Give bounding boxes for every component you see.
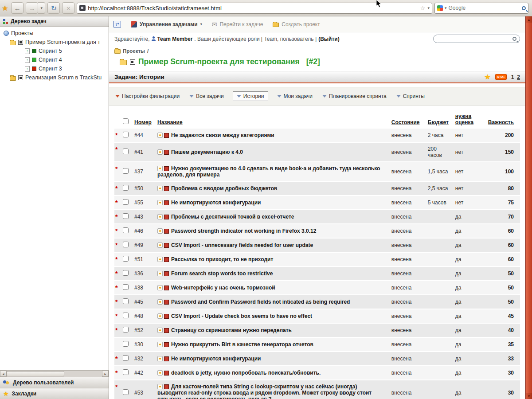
task-name-link[interactable]: Рассылка то приходит, то не приходит (171, 256, 273, 262)
row-checkbox[interactable] (123, 284, 129, 290)
forward-button[interactable]: → (26, 2, 38, 14)
user-tree-header[interactable]: Дерево пользователей (0, 377, 109, 388)
row-checkbox[interactable] (123, 168, 129, 174)
engine-dropdown-icon[interactable]: ▾ (445, 6, 447, 10)
task-name-link[interactable]: Проблемы с десятичной точкой в excel-отч… (171, 214, 294, 220)
toggle-frames-icon[interactable]: ⇄ (113, 21, 121, 27)
tree-item-projects[interactable]: Проекты (0, 29, 109, 38)
row-checkbox[interactable] (123, 132, 129, 137)
web-search-bar[interactable]: ▾ (434, 3, 528, 14)
url-bar[interactable]: http://localhost:8888/TrackStudio/static… (77, 3, 432, 14)
row-checkbox[interactable] (123, 313, 129, 318)
tree-item-other-project[interactable]: Реализация Scrum в TrackStu (0, 73, 109, 82)
task-name-link[interactable]: Web-интерфейс у нас очень тормозной (171, 285, 275, 291)
scroll-right-icon[interactable]: ▸ (102, 371, 109, 377)
task-name-link[interactable]: Страницу со скриншотами нужно переделать (171, 327, 292, 333)
task-name-link[interactable]: CSV Import - unnecessary fields needed f… (171, 242, 313, 248)
header-budget[interactable]: Бюджет (428, 119, 449, 125)
task-name-link[interactable]: Пишем документацию к 4.0 (171, 149, 243, 155)
task-name-link[interactable]: deadlock в jetty, нужно попробовать поис… (171, 370, 321, 376)
tree-item-sprint[interactable]: ↑ Спринт 3 (0, 64, 109, 73)
tab-sprint-planning[interactable]: Планирование спринта (321, 92, 387, 101)
task-importance: 40 (485, 323, 520, 337)
task-budget: 200 часов (425, 142, 453, 162)
create-project-button[interactable]: Создать проект (273, 21, 320, 27)
scroll-down-icon[interactable]: ▼ (526, 393, 532, 399)
task-importance: 100 (485, 162, 520, 181)
task-number: #46 (132, 224, 155, 238)
row-checkbox[interactable] (123, 213, 129, 219)
header-importance[interactable]: Важность (488, 119, 514, 125)
task-name-link[interactable]: CSV Import - Update check box seems to h… (171, 313, 312, 319)
logout-link[interactable]: (Выйти) (318, 36, 340, 42)
user-name-link[interactable]: Team Member (157, 36, 193, 42)
header-name[interactable]: Название (157, 119, 183, 125)
row-checkbox[interactable] (123, 149, 129, 154)
bookmark-star-icon[interactable]: ☆ (420, 5, 426, 12)
tab-sprints[interactable]: Спринты (395, 92, 426, 101)
search-go-icon[interactable] (522, 6, 526, 10)
history-dropdown-icon[interactable]: ▾ (38, 2, 45, 14)
row-checkbox[interactable] (123, 256, 129, 262)
tab-stories[interactable]: Истории (233, 91, 268, 101)
manage-tasks-menu[interactable]: Управление задачами ▾ (131, 21, 202, 27)
section-title: Задачи: Истории (114, 74, 164, 80)
task-name-link[interactable]: Forum search stop words too restrictive (171, 270, 273, 277)
tab-all-tasks[interactable]: Все задачи (188, 92, 225, 101)
select-all-checkbox[interactable] (123, 118, 129, 124)
scroll-left-icon[interactable]: ◂ (0, 371, 7, 377)
web-search-input[interactable] (449, 5, 520, 11)
row-checkbox[interactable] (123, 298, 129, 304)
url-text[interactable]: http://localhost:8888/TrackStudio/static… (88, 5, 418, 12)
back-button[interactable]: ← (11, 2, 23, 14)
task-tree-header[interactable]: Дерево задач (0, 16, 109, 27)
task-search-box[interactable] (433, 35, 520, 43)
row-checkbox[interactable] (123, 227, 129, 233)
tab-filter-settings[interactable]: Настройки фильтрации (114, 92, 180, 101)
task-search-input[interactable] (437, 36, 512, 42)
task-color-icon (164, 257, 169, 262)
magnifier-icon[interactable] (512, 37, 516, 41)
task-name-link[interactable]: Не импортируются конфигурации (171, 200, 261, 206)
scroll-up-icon[interactable]: ▲ (526, 16, 532, 23)
header-needs-estimate[interactable]: нужна оценка (455, 113, 473, 125)
task-name-link[interactable]: Проблема с вводом дробных бюджетов (171, 185, 277, 192)
tree-item-sprint[interactable]: ↑ Спринт 5 (0, 47, 109, 55)
task-name-link[interactable]: Для кастом-полей типа String с lookup-ск… (157, 383, 372, 399)
favorite-star-icon[interactable]: ★ (484, 73, 490, 81)
row-checkbox[interactable] (123, 341, 129, 347)
task-name-link[interactable]: Нужно документацию по 4.0 сделать в виде… (157, 165, 380, 178)
bookmarks-header[interactable]: ★ Закладки (0, 388, 109, 399)
stop-button[interactable]: × (62, 2, 74, 14)
task-name-link[interactable]: Не импортируются конфигурации (171, 356, 261, 362)
header-state[interactable]: Состояние (391, 119, 420, 125)
scrollbar-thumb[interactable] (7, 371, 64, 376)
task-budget (425, 281, 453, 295)
row-checkbox[interactable] (123, 369, 129, 375)
task-name-link[interactable]: Не задаются связи между категориями (171, 132, 274, 138)
row-checkbox[interactable] (123, 389, 129, 395)
row-checkbox[interactable] (123, 199, 129, 205)
task-name-link[interactable]: Password strength indicator not working … (171, 228, 316, 234)
page-link[interactable]: 2 (517, 74, 520, 80)
goto-task-button[interactable]: ✉ Перейти к задаче (212, 21, 263, 27)
sidebar-horizontal-scrollbar[interactable]: ◂ ▸ (0, 370, 109, 377)
row-checkbox[interactable] (123, 355, 129, 361)
tree-item-sprint[interactable]: ↑ Спринт 4 (0, 55, 109, 64)
row-checkbox[interactable] (123, 270, 129, 276)
story-icon (157, 342, 163, 347)
rss-badge[interactable]: RSS (495, 74, 507, 80)
tree-item-project[interactable]: Пример Scrum-проекта для т (0, 38, 109, 47)
row-checkbox[interactable] (123, 185, 129, 191)
reload-button[interactable]: ↻ (47, 2, 60, 14)
row-checkbox[interactable] (123, 242, 129, 247)
task-name-link[interactable]: Нужно прикрутить Birt в качестве генерат… (171, 341, 313, 348)
task-name-link[interactable]: Password and Confirm Password fields not… (171, 299, 350, 305)
tab-my-tasks[interactable]: Мои задачи (276, 92, 313, 101)
page-title[interactable]: Пример Scrum-проекта для тестирования (138, 57, 300, 66)
vertical-scrollbar[interactable]: ▲ ▼ (525, 16, 532, 399)
header-number[interactable]: Номер (134, 119, 152, 125)
row-checkbox[interactable] (123, 327, 129, 332)
url-dropdown-icon[interactable]: ▾ (427, 6, 430, 10)
breadcrumb-projects-link[interactable]: Проекты (123, 48, 145, 54)
